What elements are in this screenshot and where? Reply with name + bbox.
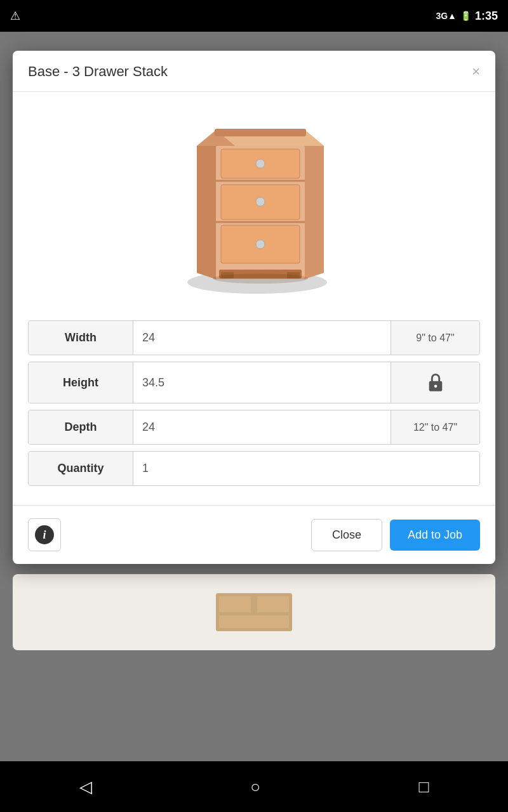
- modal-footer: i Close Add to Job: [13, 505, 495, 564]
- status-bar-right: 3G▲ 🔋 1:35: [436, 10, 498, 23]
- lock-icon: [427, 372, 444, 393]
- depth-range: 12" to 47": [391, 410, 479, 444]
- signal-icon: 3G▲: [436, 11, 457, 21]
- depth-row: Depth 12" to 47": [28, 410, 480, 445]
- product-modal: Base - 3 Drawer Stack ×: [13, 51, 495, 564]
- height-lock[interactable]: [391, 362, 479, 403]
- status-bar: ⚠ 3G▲ 🔋 1:35: [0, 0, 508, 32]
- quantity-label: Quantity: [29, 452, 133, 485]
- depth-input[interactable]: [133, 410, 391, 444]
- svg-point-19: [434, 384, 437, 388]
- svg-rect-22: [257, 596, 289, 612]
- svg-point-11: [256, 197, 265, 206]
- width-label: Width: [29, 321, 133, 355]
- time-display: 1:35: [475, 10, 498, 23]
- modal-header: Base - 3 Drawer Stack ×: [13, 51, 495, 92]
- width-input[interactable]: [133, 321, 391, 355]
- info-icon: i: [35, 525, 54, 544]
- quantity-input[interactable]: [133, 452, 479, 485]
- height-row: Height: [28, 362, 480, 403]
- info-button[interactable]: i: [28, 518, 61, 551]
- background-area: Base - 3 Drawer Stack ×: [0, 32, 508, 780]
- depth-label: Depth: [29, 410, 133, 444]
- bg-card-image: [203, 587, 305, 638]
- status-bar-left: ⚠: [10, 9, 20, 23]
- modal-title: Base - 3 Drawer Stack: [28, 63, 168, 80]
- background-card: [13, 574, 495, 650]
- add-to-job-button[interactable]: Add to Job: [390, 520, 480, 551]
- svg-rect-21: [219, 596, 251, 612]
- svg-point-17: [213, 273, 308, 284]
- battery-icon: 🔋: [460, 11, 471, 21]
- nav-back-button[interactable]: ◁: [79, 777, 92, 797]
- nav-recent-button[interactable]: □: [419, 777, 429, 797]
- nav-home-button[interactable]: ○: [250, 777, 260, 797]
- product-image-area: [13, 92, 495, 308]
- close-button[interactable]: Close: [311, 519, 382, 551]
- height-label: Height: [29, 362, 133, 403]
- width-row: Width 9" to 47": [28, 320, 480, 355]
- quantity-row: Quantity: [28, 451, 480, 486]
- warning-icon: ⚠: [10, 9, 20, 23]
- nav-bar: ◁ ○ □: [0, 761, 508, 812]
- height-input[interactable]: [133, 362, 391, 403]
- svg-rect-23: [219, 615, 289, 628]
- modal-close-icon[interactable]: ×: [472, 65, 480, 79]
- svg-point-9: [256, 159, 265, 168]
- svg-marker-4: [197, 146, 216, 279]
- cabinet-image: [165, 111, 343, 295]
- width-range: 9" to 47": [391, 321, 479, 355]
- svg-point-13: [256, 240, 265, 249]
- form-area: Width 9" to 47" Height Depth: [13, 308, 495, 499]
- svg-rect-5: [215, 129, 306, 136]
